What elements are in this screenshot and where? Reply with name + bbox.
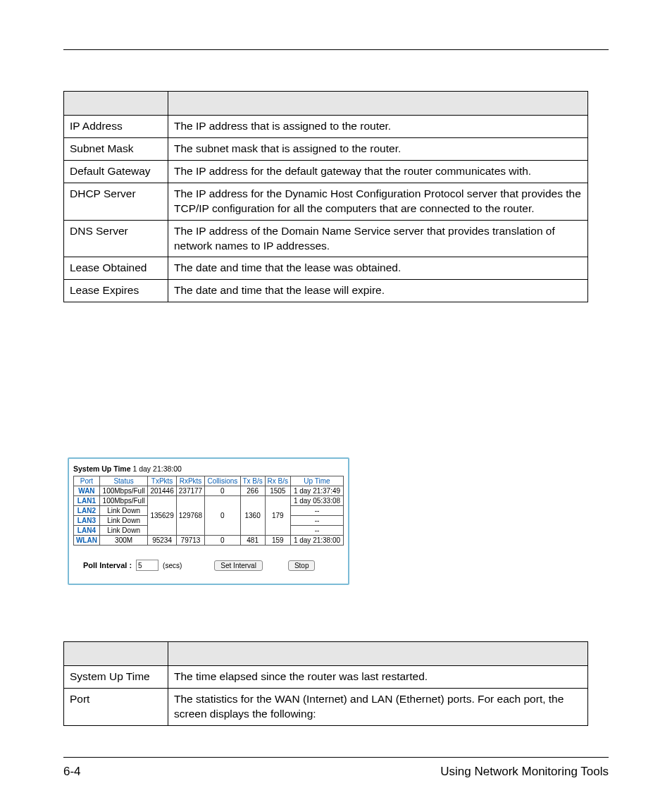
top-horizontal-rule	[63, 49, 609, 50]
definitions-table-2: System Up TimeThe time elapsed since the…	[63, 641, 588, 726]
page-footer: 6-4 Using Network Monitoring Tools	[63, 757, 609, 779]
txpkts-cell: 201446	[148, 486, 176, 496]
table-row: Subnet MaskThe subnet mask that is assig…	[64, 137, 588, 160]
table-row: PortThe statistics for the WAN (Internet…	[64, 689, 588, 726]
poll-interval-label: Poll Interval :	[83, 561, 132, 569]
field-cell: Default Gateway	[64, 160, 168, 183]
table-row: System Up TimeThe time elapsed since the…	[64, 666, 588, 689]
stats-header: Tx B/s	[240, 476, 265, 486]
status-cell: 100Mbps/Full	[99, 486, 148, 496]
rxpkts-cell: 237177	[176, 486, 204, 496]
rxbs-cell: 159	[265, 536, 290, 546]
stats-row: LAN1 100Mbps/Full 135629 129768 0 1360 1…	[74, 496, 344, 506]
rxbs-cell: 1505	[265, 486, 290, 496]
desc-cell: The IP address for the Dynamic Host Conf…	[168, 183, 588, 220]
collisions-cell: 0	[205, 486, 240, 496]
page-number: 6-4	[63, 765, 81, 779]
poll-interval-input[interactable]	[136, 560, 158, 571]
stats-row: WLAN 300M 95234 79713 0 481 159 1 day 21…	[74, 536, 344, 546]
router-stats-table: Port Status TxPkts RxPkts Collisions Tx …	[73, 476, 344, 546]
table2-header-desc	[168, 642, 588, 666]
table-row: IP AddressThe IP address that is assigne…	[64, 116, 588, 138]
port-cell: LAN3	[74, 516, 100, 526]
table-row: Default GatewayThe IP address for the de…	[64, 160, 588, 183]
txbs-cell: 481	[240, 536, 265, 546]
uptime-cell: 1 day 21:38:00	[290, 536, 343, 546]
desc-cell: The date and time that the lease will ex…	[168, 280, 588, 302]
field-cell: DNS Server	[64, 220, 168, 257]
desc-cell: The IP address for the default gateway t…	[168, 160, 588, 183]
port-cell: LAN2	[74, 506, 100, 516]
stats-header: Collisions	[205, 476, 240, 486]
uptime-cell: 1 day 21:37:49	[290, 486, 343, 496]
field-cell: DHCP Server	[64, 183, 168, 220]
collisions-cell: 0	[205, 536, 240, 546]
desc-cell: The subnet mask that is assigned to the …	[168, 137, 588, 160]
table-row: DNS ServerThe IP address of the Domain N…	[64, 220, 588, 257]
stats-header: Up Time	[290, 476, 343, 486]
field-cell: Lease Expires	[64, 280, 168, 302]
table1-header-field	[64, 92, 168, 116]
port-cell: LAN1	[74, 496, 100, 506]
field-cell: System Up Time	[64, 666, 168, 689]
status-cell: 100Mbps/Full	[99, 496, 148, 506]
poll-controls: Poll Interval : (secs) Set Interval Stop	[73, 560, 344, 571]
txpkts-cell: 95234	[148, 536, 176, 546]
footer-title: Using Network Monitoring Tools	[440, 765, 609, 779]
field-cell: Port	[64, 689, 168, 726]
port-cell: WLAN	[74, 536, 100, 546]
port-cell: LAN4	[74, 526, 100, 536]
stats-header: Port	[74, 476, 100, 486]
uptime-cell: --	[290, 526, 343, 536]
port-cell: WAN	[74, 486, 100, 496]
stats-header: Status	[99, 476, 148, 486]
table2-header-field	[64, 642, 168, 666]
rxbs-cell: 179	[265, 496, 290, 536]
table1-header-desc	[168, 92, 588, 116]
table-row: DHCP ServerThe IP address for the Dynami…	[64, 183, 588, 220]
system-uptime-line: System Up Time 1 day 21:38:00	[73, 464, 344, 473]
stats-header: Rx B/s	[265, 476, 290, 486]
table-row: Lease ObtainedThe date and time that the…	[64, 257, 588, 280]
rxpkts-cell: 79713	[176, 536, 204, 546]
uptime-cell: 1 day 05:33:08	[290, 496, 343, 506]
status-cell: Link Down	[99, 506, 148, 516]
status-cell: 300M	[99, 536, 148, 546]
desc-cell: The statistics for the WAN (Internet) an…	[168, 689, 588, 726]
table-row: Lease ExpiresThe date and time that the …	[64, 280, 588, 302]
stop-button[interactable]: Stop	[288, 560, 316, 571]
system-uptime-value: 1 day 21:38:00	[132, 464, 181, 473]
status-cell: Link Down	[99, 526, 148, 536]
desc-cell: The time elapsed since the router was la…	[168, 666, 588, 689]
desc-cell: The date and time that the lease was obt…	[168, 257, 588, 280]
desc-cell: The IP address of the Domain Name Servic…	[168, 220, 588, 257]
definitions-table-1: IP AddressThe IP address that is assigne…	[63, 91, 588, 302]
rxpkts-cell: 129768	[176, 496, 204, 536]
stats-header: RxPkts	[176, 476, 204, 486]
footer-rule	[63, 757, 609, 758]
field-cell: IP Address	[64, 116, 168, 138]
txpkts-cell: 135629	[148, 496, 176, 536]
field-cell: Subnet Mask	[64, 137, 168, 160]
txbs-cell: 1360	[240, 496, 265, 536]
txbs-cell: 266	[240, 486, 265, 496]
status-cell: Link Down	[99, 516, 148, 526]
router-stats-panel: System Up Time 1 day 21:38:00 Port Statu…	[68, 457, 349, 585]
uptime-cell: --	[290, 506, 343, 516]
stats-header: TxPkts	[148, 476, 176, 486]
system-uptime-label: System Up Time	[73, 464, 131, 473]
desc-cell: The IP address that is assigned to the r…	[168, 116, 588, 138]
field-cell: Lease Obtained	[64, 257, 168, 280]
collisions-cell: 0	[205, 496, 240, 536]
uptime-cell: --	[290, 516, 343, 526]
stats-row: WAN 100Mbps/Full 201446 237177 0 266 150…	[74, 486, 344, 496]
set-interval-button[interactable]: Set Interval	[214, 560, 263, 571]
secs-label: (secs)	[163, 562, 182, 569]
